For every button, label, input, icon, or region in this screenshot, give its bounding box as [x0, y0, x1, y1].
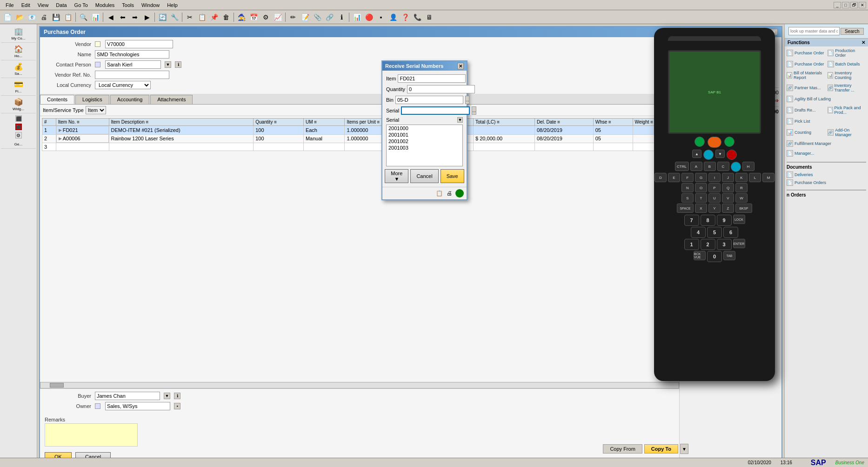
tab-logistics[interactable]: Logistics	[75, 95, 109, 104]
toolbar-prev[interactable]: ◀	[105, 12, 116, 23]
fn-deliveries[interactable]: 📄 Deliveries	[787, 171, 866, 178]
currency-select[interactable]: Local Currency	[95, 81, 151, 89]
toolbar-refresh[interactable]: 🔄	[157, 12, 168, 23]
toolbar-link[interactable]: 🔗	[324, 12, 335, 23]
nav-my-cockpit[interactable]: 🏢 My Co...	[1, 25, 36, 43]
vendor-ref-input[interactable]	[95, 71, 169, 79]
tab-accounting[interactable]: Accounting	[110, 95, 149, 104]
footer-green-btn[interactable]	[455, 189, 464, 197]
menu-view[interactable]: View	[34, 1, 53, 9]
tab-contents[interactable]: Contents	[40, 95, 74, 104]
key-9[interactable]: 9	[717, 215, 732, 226]
toolbar-attach[interactable]: 📎	[312, 12, 323, 23]
buyer-info[interactable]: ℹ	[174, 393, 180, 399]
serial-dialog-close[interactable]: ✕	[457, 63, 464, 69]
table-row[interactable]: 1 ▶ FD021 DEMO-ITEM #021 (Serialized) 10…	[42, 126, 677, 135]
table-row[interactable]: 2 ▶ A00006 Rainbow 1200 Laser Series 100…	[42, 134, 677, 143]
fn-batch-details[interactable]: 📄 Batch Details	[828, 61, 867, 67]
key-center[interactable]	[703, 150, 714, 160]
key-v[interactable]: V	[722, 193, 734, 203]
toolbar-email[interactable]: 📧	[26, 12, 37, 23]
search-input[interactable]	[788, 27, 840, 35]
toolbar-red[interactable]: 🔴	[363, 12, 374, 23]
key-lock[interactable]: LOCK	[733, 215, 745, 224]
toolbar-back[interactable]: ⬅	[117, 12, 128, 23]
key-6[interactable]: 6	[723, 227, 738, 238]
toolbar-app1[interactable]: 📞	[412, 12, 423, 23]
key-bkv[interactable]: BCK VUE	[694, 251, 706, 260]
fn-purchase-order-2[interactable]: 📄 Purchase Order	[787, 61, 826, 67]
fn-addon-mgr[interactable]: 🔗 Add-On Manager	[828, 128, 867, 137]
nav-sales[interactable]: 💰 Sa...	[1, 60, 36, 78]
owner-input[interactable]	[105, 402, 170, 410]
fn-fulfillment[interactable]: 🔗 Fulfillment Manager	[787, 140, 866, 147]
fn-inv-transfer[interactable]: 🔗 Inventory Transfer ...	[828, 83, 867, 92]
toolbar-find[interactable]: 🔍	[78, 12, 89, 23]
serial-item-2001000[interactable]: 2001000	[387, 125, 462, 132]
key-7[interactable]: 7	[684, 215, 699, 226]
key-n[interactable]: N	[681, 183, 694, 192]
key-scan[interactable]	[708, 137, 721, 148]
key-m[interactable]: M	[762, 173, 775, 182]
toolbar-note[interactable]: 📝	[300, 12, 311, 23]
fn-purchase-orders-doc[interactable]: 📄 Purchase Orders	[787, 179, 866, 186]
toolbar-help[interactable]: ❓	[400, 12, 411, 23]
key-esc[interactable]	[731, 162, 741, 172]
fn-production-order[interactable]: 📄 Production Order	[828, 48, 867, 58]
key-2[interactable]: 2	[701, 239, 715, 250]
key-h[interactable]: H	[742, 162, 754, 171]
toolbar-user[interactable]: 👤	[387, 12, 399, 23]
key-red[interactable]	[727, 150, 737, 160]
key-c[interactable]: C	[717, 162, 729, 171]
key-0[interactable]: 0	[707, 251, 722, 262]
menu-help[interactable]: Help	[163, 1, 181, 9]
contact-info[interactable]: ℹ	[175, 61, 181, 68]
menu-goto[interactable]: Go To	[71, 1, 92, 9]
menu-data[interactable]: Data	[52, 1, 70, 9]
app-minimize[interactable]: _	[834, 2, 841, 8]
key-4[interactable]: 4	[691, 227, 706, 238]
toolbar-paste[interactable]: 📌	[208, 12, 220, 23]
toolbar-delete[interactable]: 🗑	[220, 12, 232, 23]
key-enter[interactable]: ENTER	[733, 239, 745, 248]
key-z[interactable]: Z	[722, 204, 734, 213]
fn-counting[interactable]: 📊 Counting	[787, 128, 826, 137]
footer-icon-1[interactable]: 📋	[435, 189, 443, 197]
table-scrollbar[interactable]	[40, 382, 679, 388]
copy-to-button[interactable]: Copy To	[644, 444, 678, 454]
nav-icon3[interactable]: ⚙	[15, 132, 22, 138]
key-5[interactable]: 5	[707, 227, 722, 238]
key-j[interactable]: J	[722, 173, 734, 182]
buyer-input[interactable]	[95, 392, 160, 400]
menu-file[interactable]: File	[2, 1, 18, 9]
app-close[interactable]: ✕	[859, 2, 866, 8]
serial-more-btn[interactable]: More ▼	[385, 169, 408, 183]
key-q[interactable]: Q	[722, 183, 734, 192]
fn-agility-bol[interactable]: 📄 Agility Bill of Lading	[787, 96, 866, 102]
fn-partner[interactable]: 🔗 Partner Mas...	[787, 83, 826, 92]
serial-save-btn[interactable]: Save	[441, 169, 464, 183]
key-l[interactable]: L	[749, 173, 761, 182]
toolbar-app2[interactable]: 🖥	[424, 12, 435, 23]
key-r[interactable]: R	[735, 183, 748, 192]
nav-home[interactable]: 🏠 Ho...	[1, 43, 36, 60]
key-x[interactable]: X	[695, 204, 707, 213]
toolbar-grid[interactable]: 📊	[351, 12, 362, 23]
toolbar-open[interactable]: 📂	[14, 12, 25, 23]
key-8[interactable]: 8	[701, 215, 715, 226]
key-3[interactable]: 3	[717, 239, 732, 250]
menu-tools[interactable]: Tools	[118, 1, 138, 9]
key-e[interactable]: E	[668, 173, 680, 182]
scrollbar-thumb[interactable]	[50, 383, 64, 388]
key-t[interactable]: T	[695, 193, 707, 203]
toolbar-filter[interactable]: 🔧	[169, 12, 180, 23]
contact-dropdown[interactable]: ▼	[165, 61, 171, 68]
fn-purchase-order[interactable]: 📄 Purchase Order	[787, 48, 826, 58]
key-f[interactable]: F	[681, 173, 694, 182]
serial-item-2001002[interactable]: 2001002	[387, 138, 462, 145]
functions-collapse[interactable]: ✕	[861, 40, 865, 45]
serial-item-2001003[interactable]: 2001003	[387, 145, 462, 151]
serial-bin-browse[interactable]: ...	[465, 96, 470, 104]
serial-browse[interactable]: ...	[472, 106, 476, 115]
serial-qty-input[interactable]	[407, 85, 475, 93]
